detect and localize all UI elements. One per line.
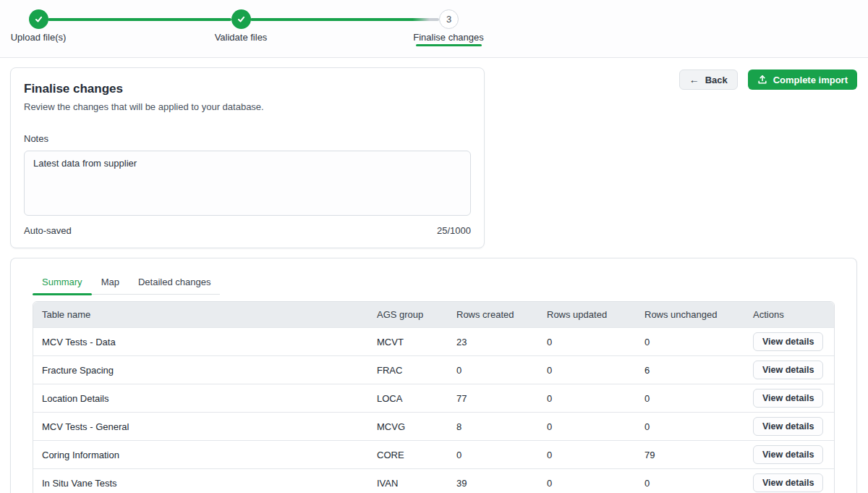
- cell-rows-updated: 0: [538, 440, 636, 468]
- step-3-circle[interactable]: 3: [439, 9, 459, 29]
- view-details-button[interactable]: View details: [753, 361, 823, 379]
- back-button[interactable]: ← Back: [679, 69, 738, 90]
- column-header-rows-unchanged: Rows unchanged: [636, 302, 744, 327]
- cell-rows-unchanged: 6: [636, 355, 744, 384]
- check-icon: [34, 14, 43, 24]
- table-row: Fracture Spacing FRAC 0 0 6 View details: [33, 355, 834, 384]
- tab-detailed-changes[interactable]: Detailed changes: [129, 271, 220, 294]
- step-1-circle[interactable]: [29, 9, 48, 29]
- cell-rows-updated: 0: [538, 412, 636, 440]
- view-details-button[interactable]: View details: [753, 417, 823, 436]
- cell-ags-group: LOCA: [368, 384, 448, 412]
- current-step-indicator: [416, 44, 482, 46]
- cell-table-name: MCV Tests - Data: [33, 327, 368, 355]
- tab-bar: Summary Map Detailed changes: [33, 271, 220, 295]
- table-row: MCV Tests - Data MCVT 23 0 0 View detail…: [33, 327, 834, 355]
- cell-rows-updated: 0: [538, 327, 636, 355]
- table-header-row: Table name AGS group Rows created Rows u…: [33, 302, 834, 327]
- notes-label: Notes: [24, 133, 471, 144]
- cell-table-name: Location Details: [33, 384, 368, 412]
- check-icon: [237, 14, 246, 24]
- table-row: Location Details LOCA 77 0 0 View detail…: [33, 384, 834, 412]
- stepper-connector-2: [250, 18, 439, 21]
- cell-rows-unchanged: 79: [636, 440, 744, 468]
- cell-rows-unchanged: 0: [636, 384, 744, 412]
- upload-icon: [757, 75, 767, 85]
- column-header-table-name: Table name: [33, 302, 368, 327]
- finalise-changes-card: Finalise changes Review the changes that…: [10, 67, 485, 248]
- column-header-rows-created: Rows created: [448, 302, 538, 327]
- summary-card: Summary Map Detailed changes Table name …: [10, 258, 857, 493]
- notes-input[interactable]: Latest data from supplier: [24, 151, 471, 216]
- cell-rows-updated: 0: [538, 468, 636, 493]
- cell-ags-group: FRAC: [368, 355, 448, 384]
- table-row: Coring Information CORE 0 0 79 View deta…: [33, 440, 834, 468]
- cell-rows-created: 8: [448, 412, 538, 440]
- page-subtitle: Review the changes that will be applied …: [24, 101, 471, 112]
- column-header-rows-updated: Rows updated: [538, 302, 636, 327]
- cell-table-name: Fracture Spacing: [33, 355, 368, 384]
- header-actions: ← Back Complete import: [679, 67, 857, 90]
- cell-rows-unchanged: 0: [636, 327, 744, 355]
- page-title: Finalise changes: [24, 82, 471, 96]
- cell-ags-group: MCVT: [368, 327, 448, 355]
- table-row: In Situ Vane Tests IVAN 39 0 0 View deta…: [33, 468, 834, 493]
- step-3-number: 3: [446, 14, 451, 25]
- column-header-actions: Actions: [744, 302, 834, 327]
- step-2-circle[interactable]: [231, 9, 251, 29]
- cell-ags-group: IVAN: [368, 468, 448, 493]
- cell-ags-group: MCVG: [368, 412, 448, 440]
- cell-rows-created: 77: [448, 384, 538, 412]
- column-header-ags-group: AGS group: [368, 302, 448, 327]
- tab-map[interactable]: Map: [92, 271, 129, 294]
- step-label-upload-files[interactable]: Upload file(s): [11, 32, 67, 43]
- stepper-connector-1: [48, 18, 231, 21]
- step-label-finalise-changes[interactable]: Finalise changes: [413, 32, 484, 43]
- view-details-button[interactable]: View details: [753, 332, 823, 351]
- import-stepper: 3 Upload file(s) Validate files Finalise…: [0, 0, 868, 58]
- cell-rows-updated: 0: [538, 355, 636, 384]
- autosave-status: Auto-saved: [24, 225, 72, 236]
- cell-table-name: MCV Tests - General: [33, 412, 368, 440]
- arrow-left-icon: ←: [689, 75, 699, 85]
- view-details-button[interactable]: View details: [753, 445, 823, 464]
- view-details-button[interactable]: View details: [753, 389, 823, 408]
- cell-rows-created: 39: [448, 468, 538, 493]
- cell-table-name: In Situ Vane Tests: [33, 468, 368, 493]
- main-content: Finalise changes Review the changes that…: [0, 58, 868, 493]
- table-row: MCV Tests - General MCVG 8 0 0 View deta…: [33, 412, 834, 440]
- cell-rows-created: 0: [448, 440, 538, 468]
- complete-import-label: Complete import: [773, 75, 848, 85]
- cell-rows-created: 0: [448, 355, 538, 384]
- cell-rows-created: 23: [448, 327, 538, 355]
- char-counter: 25/1000: [437, 225, 471, 236]
- step-label-validate-files[interactable]: Validate files: [215, 32, 268, 43]
- cell-rows-updated: 0: [538, 384, 636, 412]
- cell-ags-group: CORE: [368, 440, 448, 468]
- tab-summary[interactable]: Summary: [33, 271, 92, 294]
- cell-table-name: Coring Information: [33, 440, 368, 468]
- view-details-button[interactable]: View details: [753, 473, 823, 492]
- changes-summary-table: Table name AGS group Rows created Rows u…: [33, 301, 835, 493]
- cell-rows-unchanged: 0: [636, 412, 744, 440]
- cell-rows-unchanged: 0: [636, 468, 744, 493]
- complete-import-button[interactable]: Complete import: [748, 69, 857, 90]
- back-button-label: Back: [705, 75, 728, 85]
